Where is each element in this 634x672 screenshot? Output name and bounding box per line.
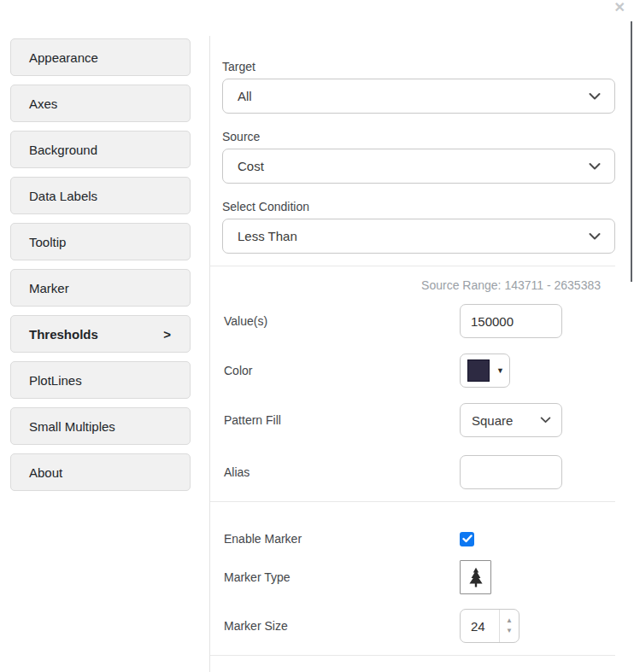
sidebar-item-label: About [29,465,62,480]
sidebar-item-label: Small Multiples [29,419,115,434]
values-row: Value(s) [224,304,615,338]
marker-size-stepper[interactable]: 24 ▲ ▼ [460,609,520,643]
sidebar-item-axes[interactable]: Axes [10,85,191,122]
chevron-down-icon [589,232,601,240]
marker-type-label: Marker Type [224,570,460,584]
pine-tree-icon [465,566,487,588]
sidebar-item-label: Marker [29,281,69,295]
target-select[interactable]: All [222,79,615,114]
color-label: Color [224,364,460,377]
marker-size-value: 24 [461,610,500,642]
condition-select-value: Less Than [238,229,297,243]
target-select-value: All [238,89,252,103]
color-picker[interactable]: ▼ [460,354,510,388]
chevron-down-icon [589,92,601,100]
scrollbar[interactable] [631,21,632,282]
source-select-value: Cost [238,159,264,173]
color-swatch [467,359,490,382]
sidebar-item-label: Tooltip [29,235,66,249]
target-label: Target [222,59,615,75]
sidebar-item-tooltip[interactable]: Tooltip [10,223,191,260]
enable-marker-checkbox[interactable] [460,532,474,546]
condition-label: Select Condition [222,199,615,215]
sidebar-item-appearance[interactable]: Appearance [10,38,191,76]
condition-select[interactable]: Less Than [222,219,615,254]
pattern-fill-value: Square [472,413,513,428]
source-range-text: Source Range: 143711 - 2635383 [210,278,615,295]
sidebar-item-label: PlotLines [29,373,82,388]
alias-label: Alias [224,465,460,479]
close-icon[interactable]: ✕ [614,0,625,15]
sidebar-item-label: Thresholds [29,327,98,342]
source-label: Source [222,129,615,145]
alias-row: Alias [224,455,615,489]
dropdown-arrow-icon: ▼ [496,367,504,375]
section-divider [210,501,615,502]
sidebar-item-label: Axes [29,96,57,111]
sidebar-item-marker[interactable]: Marker [10,269,191,307]
chevron-right-icon: > [163,327,171,342]
sidebar-item-data-labels[interactable]: Data Labels [10,177,191,214]
spinner-arrows: ▲ ▼ [500,610,519,642]
marker-size-label: Marker Size [224,619,460,633]
sidebar-item-label: Background [29,143,97,157]
check-icon [462,535,473,543]
sidebar-item-label: Appearance [29,50,98,65]
alias-input[interactable] [460,455,562,489]
enable-marker-row: Enable Marker [224,525,615,552]
sidebar-item-small-multiples[interactable]: Small Multiples [10,407,191,445]
pattern-fill-label: Pattern Fill [224,413,460,427]
values-input[interactable] [460,304,562,338]
spinner-down-icon[interactable]: ▼ [506,628,513,634]
marker-size-row: Marker Size 24 ▲ ▼ [224,609,615,643]
settings-sidebar: Appearance Axes Background Data Labels T… [10,38,191,500]
chevron-down-icon [540,417,551,424]
spinner-up-icon[interactable]: ▲ [506,617,513,624]
source-select[interactable]: Cost [222,149,615,184]
marker-type-row: Marker Type [224,560,615,594]
section-divider [210,266,615,266]
color-row: Color ▼ [224,354,615,388]
sidebar-item-background[interactable]: Background [10,131,191,168]
chevron-down-icon [589,162,601,170]
marker-type-button[interactable] [460,560,491,594]
sidebar-item-thresholds[interactable]: Thresholds > [10,315,191,353]
values-label: Value(s) [224,314,460,328]
pattern-fill-row: Pattern Fill Square [224,403,615,437]
section-divider [210,655,615,656]
thresholds-panel: Target All Source Cost Select Condition … [210,0,615,656]
enable-marker-label: Enable Marker [224,532,460,546]
sidebar-item-about[interactable]: About [10,453,191,491]
pattern-fill-select[interactable]: Square [460,403,562,437]
sidebar-item-plotlines[interactable]: PlotLines [10,361,191,399]
sidebar-item-label: Data Labels [29,189,97,203]
